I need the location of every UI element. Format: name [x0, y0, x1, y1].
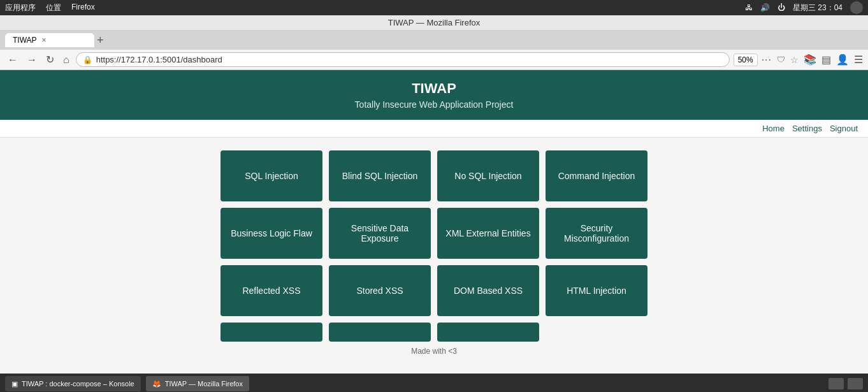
datetime: 星期三 23：04 [793, 3, 843, 13]
back-button[interactable]: ← [5, 53, 20, 67]
sidebar-icon[interactable]: ▤ [821, 54, 831, 66]
more-menu-icon[interactable]: ··· [762, 54, 772, 66]
os-topbar: 应用程序 位置 Firefox 🖧 🔊 ⏻ 星期三 23：04 [0, 0, 868, 15]
address-bar[interactable]: 🔒 https://172.17.0.1:5001/dashboard [76, 52, 730, 67]
card-7[interactable]: Security Misconfiguration [546, 208, 647, 259]
konsole-icon: ▣ [11, 380, 18, 388]
site-header: TIWAP Totally Insecure Web Application P… [0, 70, 868, 120]
reload-button[interactable]: ↻ [43, 52, 57, 67]
os-menu-firefox[interactable]: Firefox [71, 3, 95, 13]
cards-partial-row [0, 323, 868, 342]
shield-icon[interactable]: 🛡 [777, 55, 785, 64]
card-3[interactable]: Command Injection [546, 150, 647, 201]
card-10[interactable]: DOM Based XSS [437, 265, 539, 316]
os-status: 🖧 🔊 ⏻ 星期三 23：04 [745, 1, 863, 14]
browser-tabbar: TIWAP × + [0, 31, 868, 50]
site-main: SQL InjectionBlind SQL InjectionNo SQL I… [0, 138, 868, 374]
browser-tab-tiwap[interactable]: TIWAP × [5, 33, 94, 47]
taskbar-square-1 [828, 378, 844, 389]
card-9[interactable]: Stored XSS [329, 265, 431, 316]
taskbar-square-2 [848, 378, 863, 389]
firefox-icon: 🦊 [152, 380, 161, 388]
taskbar-firefox-btn[interactable]: 🦊 TIWAP — Mozilla Firefox [146, 376, 249, 391]
os-menu-location[interactable]: 位置 [46, 3, 61, 13]
site-nav: Home Settings Signout [0, 120, 868, 138]
firefox-label: TIWAP — Mozilla Firefox [165, 380, 243, 388]
lock-icon: 🔒 [83, 55, 92, 64]
browser-title: TIWAP — Mozilla Firefox [388, 18, 480, 27]
taskbar-right [828, 378, 863, 389]
browser-titlebar: TIWAP — Mozilla Firefox [0, 15, 868, 31]
card-8[interactable]: Reflected XSS [221, 265, 322, 316]
nav-signout[interactable]: Signout [830, 124, 858, 133]
site-subtitle: Totally Insecure Web Application Project [10, 99, 858, 110]
card-0[interactable]: SQL Injection [221, 150, 322, 201]
card-5[interactable]: Sensitive Data Exposure [329, 208, 431, 259]
card-2[interactable]: No SQL Injection [437, 150, 539, 201]
user-avatar [850, 1, 863, 14]
card-partial-1[interactable] [329, 323, 431, 342]
home-button[interactable]: ⌂ [61, 53, 72, 67]
card-11[interactable]: HTML Injection [546, 265, 647, 316]
site-title: TIWAP [10, 80, 858, 97]
nav-settings[interactable]: Settings [792, 124, 822, 133]
tab-close-button[interactable]: × [42, 36, 47, 45]
network-icon: 🖧 [745, 3, 753, 12]
zoom-badge: 50% [734, 54, 758, 66]
library-icon[interactable]: 📚 [804, 54, 816, 66]
nav-home[interactable]: Home [762, 124, 785, 133]
hamburger-icon[interactable]: ☰ [854, 54, 863, 66]
site-footer: Made with <3 [0, 342, 868, 361]
browser-toolbar: ← → ↻ ⌂ 🔒 https://172.17.0.1:5001/dashbo… [0, 50, 868, 70]
volume-icon: 🔊 [760, 3, 770, 12]
cards-grid: SQL InjectionBlind SQL InjectionNo SQL I… [0, 150, 868, 316]
os-menu[interactable]: 应用程序 位置 Firefox [5, 3, 95, 13]
power-icon: ⏻ [778, 3, 785, 12]
forward-button[interactable]: → [24, 53, 40, 67]
tab-label: TIWAP [13, 36, 37, 45]
os-menu-app[interactable]: 应用程序 [5, 3, 36, 13]
card-partial-2[interactable] [437, 323, 539, 342]
card-partial-0[interactable] [221, 323, 322, 342]
address-text: https://172.17.0.1:5001/dashboard [96, 55, 222, 64]
taskbar-konsole-btn[interactable]: ▣ TIWAP : docker-compose – Konsole [5, 376, 141, 391]
os-taskbar: ▣ TIWAP : docker-compose – Konsole 🦊 TIW… [0, 374, 868, 392]
card-6[interactable]: XML External Entities [437, 208, 539, 259]
card-4[interactable]: Business Logic Flaw [221, 208, 322, 259]
new-tab-button[interactable]: + [97, 34, 104, 47]
bookmark-icon[interactable]: ☆ [790, 55, 799, 65]
card-1[interactable]: Blind SQL Injection [329, 150, 431, 201]
konsole-label: TIWAP : docker-compose – Konsole [22, 380, 134, 388]
profile-icon[interactable]: 👤 [836, 54, 849, 66]
toolbar-icons: ··· 🛡 ☆ 📚 ▤ 👤 ☰ [762, 54, 863, 66]
